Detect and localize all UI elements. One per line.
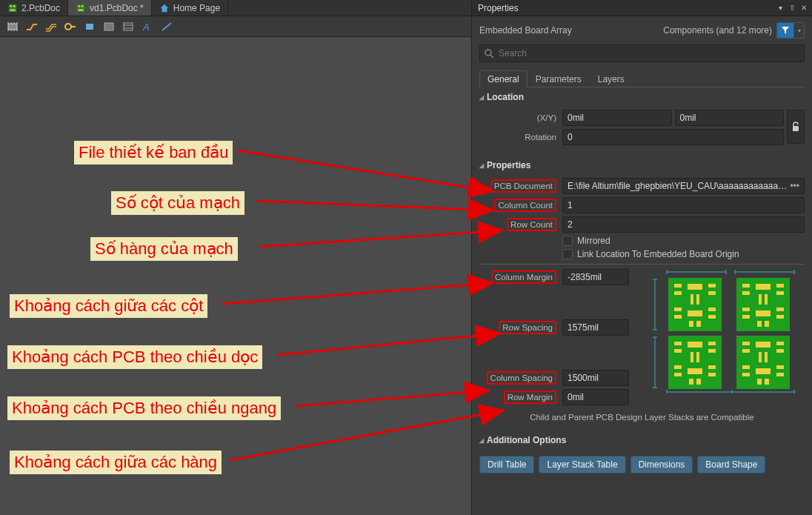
tab-2pcbdoc[interactable]: 2.PcbDoc — [0, 0, 68, 16]
fill-icon — [102, 21, 116, 33]
svg-rect-62 — [742, 291, 750, 295]
fill-tool[interactable] — [99, 18, 119, 36]
svg-rect-90 — [742, 349, 750, 353]
rotation-label: Rotation — [479, 133, 562, 142]
svg-line-25 — [490, 55, 493, 58]
svg-text:A: A — [142, 21, 150, 33]
link-origin-checkbox[interactable] — [562, 249, 573, 259]
section-properties[interactable]: Properties — [472, 156, 812, 175]
editor-canvas[interactable] — [0, 37, 471, 515]
svg-rect-77 — [674, 365, 682, 369]
filter-summary: Components (and 12 more) — [663, 25, 772, 36]
browse-ellipsis[interactable]: ••• — [787, 181, 799, 191]
svg-rect-72 — [756, 310, 771, 316]
column-count-label: Column Count — [494, 199, 556, 212]
column-count-input[interactable]: 1 — [562, 197, 805, 213]
svg-rect-95 — [776, 365, 784, 369]
route-icon — [25, 21, 39, 33]
svg-rect-88 — [696, 379, 701, 385]
svg-rect-86 — [688, 368, 702, 374]
svg-rect-4 — [77, 4, 85, 12]
lock-button[interactable] — [787, 110, 805, 144]
pcb-document-input[interactable]: E:\file Altium\file_ghepbien\YEU_CAU\aaa… — [562, 178, 805, 194]
svg-rect-60 — [696, 321, 701, 327]
via-tool[interactable] — [61, 18, 80, 36]
diff-route-tool[interactable] — [41, 18, 61, 36]
svg-rect-99 — [765, 352, 768, 362]
line-tool[interactable] — [157, 18, 176, 36]
svg-rect-73 — [757, 321, 762, 327]
svg-rect-5 — [79, 5, 81, 7]
row-spacing-input[interactable]: 1575mil — [562, 319, 629, 336]
tab-general[interactable]: General — [479, 70, 528, 87]
polygon-tool[interactable] — [119, 18, 138, 36]
pcb-document-label: PCB Document — [490, 179, 556, 193]
dimensions-button[interactable]: Dimensions — [630, 456, 693, 474]
drill-table-button[interactable]: Drill Table — [479, 456, 534, 474]
svg-rect-102 — [765, 379, 769, 385]
svg-rect-63 — [742, 308, 750, 311]
tab-layers[interactable]: Layers — [590, 70, 633, 87]
filter-dropdown[interactable]: ▾ — [794, 22, 805, 39]
compat-message: Child and Parent PCB Design Layer Stacks… — [479, 408, 805, 423]
svg-rect-84 — [690, 352, 693, 362]
annotation-3: Số hàng của mạch — [90, 237, 238, 261]
svg-rect-71 — [765, 294, 768, 305]
svg-rect-49 — [674, 308, 682, 311]
svg-rect-53 — [708, 308, 716, 311]
route-tool[interactable] — [22, 18, 41, 36]
svg-rect-78 — [674, 373, 682, 376]
search-box[interactable] — [479, 44, 805, 62]
svg-rect-83 — [688, 342, 702, 348]
svg-rect-50 — [674, 315, 682, 319]
mirrored-checkbox[interactable] — [562, 236, 573, 246]
ic-icon — [6, 21, 19, 33]
panel-close-icon[interactable]: ✕ — [799, 3, 809, 13]
svg-rect-66 — [776, 291, 784, 295]
svg-rect-81 — [708, 365, 716, 369]
ic-tool[interactable] — [3, 18, 22, 36]
svg-rect-7 — [79, 9, 84, 10]
tab-homepage[interactable]: Home Page — [152, 0, 228, 16]
svg-rect-64 — [742, 315, 750, 319]
row-count-input[interactable]: 2 — [562, 216, 805, 233]
pad-icon — [83, 21, 96, 33]
panel-pin-icon[interactable]: ⇧ — [787, 3, 797, 13]
svg-rect-19 — [104, 23, 113, 30]
svg-rect-58 — [688, 310, 702, 316]
tab-label: 2.PcbDoc — [21, 3, 60, 13]
object-type: Embedded Board Array — [479, 25, 572, 36]
panel-title: Properties — [478, 3, 519, 13]
search-input[interactable] — [499, 48, 799, 59]
section-additional[interactable]: Additional Options — [472, 431, 812, 450]
svg-rect-48 — [674, 291, 682, 295]
panel-menu-icon[interactable]: ▾ — [775, 3, 785, 13]
svg-rect-2 — [13, 5, 16, 7]
svg-rect-59 — [689, 321, 693, 327]
column-margin-input[interactable]: -2835mil — [562, 269, 629, 285]
svg-rect-89 — [742, 342, 750, 345]
tab-parameters[interactable]: Parameters — [528, 70, 590, 87]
layer-stack-table-button[interactable]: Layer Stack Table — [539, 456, 625, 474]
svg-rect-67 — [776, 308, 784, 311]
svg-rect-65 — [776, 284, 784, 288]
y-input[interactable]: 0mil — [675, 110, 785, 126]
row-spacing-label: Row Spacing — [499, 321, 556, 334]
board-shape-button[interactable]: Board Shape — [697, 456, 765, 474]
filter-button[interactable] — [776, 22, 794, 39]
pcb-file-icon — [76, 3, 86, 13]
tab-vd1pcbdoc[interactable]: vd1.PcbDoc * — [68, 0, 152, 16]
text-tool[interactable]: A — [138, 18, 157, 36]
x-input[interactable]: 0mil — [562, 110, 672, 126]
xy-label: (X/Y) — [479, 113, 562, 122]
svg-point-17 — [65, 24, 71, 30]
pcb-file-icon — [7, 3, 18, 13]
rotation-input[interactable]: 0 — [562, 129, 784, 145]
column-spacing-input[interactable]: 1500mil — [562, 370, 629, 386]
svg-rect-26 — [793, 126, 799, 131]
row-margin-input[interactable]: 0mil — [562, 389, 629, 405]
svg-rect-1 — [10, 5, 13, 7]
pad-tool[interactable] — [80, 18, 99, 36]
section-location[interactable]: Location — [472, 87, 812, 107]
svg-rect-52 — [708, 291, 716, 295]
